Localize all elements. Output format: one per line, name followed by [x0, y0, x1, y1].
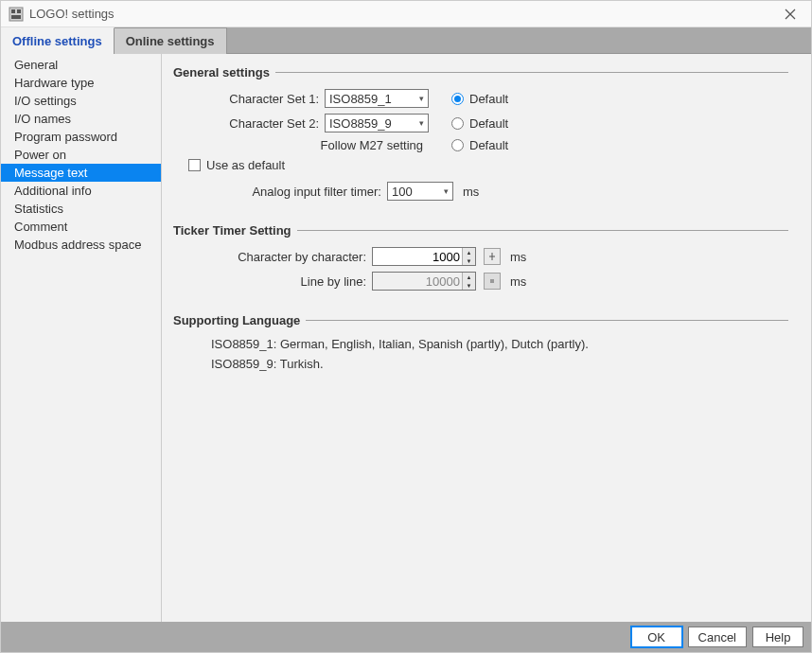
- charset1-label: Character Set 1:: [173, 92, 325, 106]
- spin-up-icon: ▲: [462, 273, 475, 281]
- radio-label: Default: [469, 116, 508, 131]
- titlebar: LOGO! settings: [1, 1, 811, 27]
- svg-rect-8: [490, 279, 494, 283]
- group-line: [297, 230, 788, 231]
- footer-bar: OK Cancel Help: [1, 622, 811, 652]
- tab-online-settings[interactable]: Online settings: [115, 27, 227, 54]
- spinner-buttons[interactable]: ▲▼: [462, 248, 475, 265]
- line-by-line-input: [372, 272, 476, 291]
- sidebar-item-power-on[interactable]: Power on: [1, 146, 161, 164]
- group-general-settings: General settings Character Set 1: ISO885…: [173, 65, 788, 201]
- charset1-default-radio[interactable]: Default: [451, 92, 508, 106]
- line-by-line-spinner: ▲▼: [372, 272, 476, 291]
- tab-strip-fill: [227, 27, 811, 54]
- group-supporting-language: Supporting Language ISO8859_1: German, E…: [173, 313, 788, 371]
- group-title-ticker: Ticker Timer Setting: [173, 223, 297, 238]
- charset1-value: ISO8859_1: [329, 92, 392, 106]
- radio-label: Default: [469, 92, 508, 106]
- char-by-char-label: Character by character:: [173, 250, 372, 264]
- analog-filter-value: 100: [392, 185, 413, 199]
- spinner-buttons: ▲▼: [462, 273, 475, 290]
- close-button[interactable]: [777, 1, 803, 27]
- line-unit: ms: [510, 274, 526, 289]
- help-button[interactable]: Help: [752, 627, 803, 647]
- tab-offline-settings[interactable]: Offline settings: [1, 27, 115, 54]
- tab-strip: Offline settings Online settings: [1, 27, 811, 54]
- sidebar-item-io-settings[interactable]: I/O settings: [1, 92, 161, 110]
- charset2-label: Character Set 2:: [173, 116, 325, 131]
- charset2-value: ISO8859_9: [329, 116, 392, 131]
- chevron-down-icon: ▾: [419, 118, 424, 128]
- content-panel: General settings Character Set 1: ISO885…: [162, 54, 811, 622]
- charset2-select[interactable]: ISO8859_9 ▾: [325, 114, 429, 132]
- radio-label: Default: [469, 138, 508, 152]
- sidebar-item-hardware-type[interactable]: Hardware type: [1, 74, 161, 92]
- use-as-default-row[interactable]: Use as default: [188, 158, 788, 172]
- charset1-select[interactable]: ISO8859_1 ▾: [325, 89, 429, 108]
- sidebar-item-additional-info[interactable]: Additional info: [1, 182, 161, 200]
- svg-rect-2: [17, 9, 21, 13]
- group-line: [275, 72, 788, 73]
- sidebar-item-statistics[interactable]: Statistics: [1, 200, 161, 218]
- group-ticker-timer: Ticker Timer Setting Character by charac…: [173, 223, 788, 291]
- group-line: [306, 320, 788, 321]
- radio-icon: [451, 139, 464, 151]
- group-title-general: General settings: [173, 65, 275, 79]
- cancel-button[interactable]: Cancel: [688, 627, 747, 647]
- sidebar: General Hardware type I/O settings I/O n…: [1, 54, 162, 622]
- radio-icon: [451, 117, 464, 130]
- group-title-lang: Supporting Language: [173, 313, 306, 327]
- use-as-default-label: Use as default: [206, 158, 285, 172]
- app-icon: [9, 7, 24, 22]
- lang-line-2: ISO8859_9: Turkish.: [211, 357, 788, 371]
- follow-m27-label: Follow M27 setting: [173, 138, 429, 152]
- char-reset-button[interactable]: [484, 248, 501, 265]
- line-by-line-label: Line by line:: [173, 274, 372, 289]
- svg-rect-3: [11, 15, 21, 19]
- ok-button[interactable]: OK: [631, 627, 682, 647]
- char-by-char-spinner[interactable]: ▲▼: [372, 247, 476, 266]
- sidebar-item-message-text[interactable]: Message text: [1, 164, 161, 182]
- sidebar-item-modbus-address-space[interactable]: Modbus address space: [1, 236, 161, 254]
- chevron-down-icon: ▾: [444, 186, 449, 196]
- sidebar-item-io-names[interactable]: I/O names: [1, 110, 161, 128]
- spin-down-icon: ▼: [462, 281, 475, 290]
- spin-down-icon[interactable]: ▼: [462, 256, 475, 265]
- analog-filter-select[interactable]: 100 ▾: [387, 182, 453, 201]
- use-as-default-checkbox[interactable]: [188, 159, 201, 171]
- sidebar-item-program-password[interactable]: Program password: [1, 128, 161, 146]
- main-area: General Hardware type I/O settings I/O n…: [1, 54, 811, 622]
- analog-filter-unit: ms: [463, 185, 479, 199]
- window-title: LOGO! settings: [29, 7, 777, 21]
- sidebar-item-comment[interactable]: Comment: [1, 218, 161, 236]
- line-reset-button: [484, 273, 501, 290]
- svg-rect-1: [11, 9, 15, 13]
- chevron-down-icon: ▾: [419, 94, 424, 103]
- radio-icon: [451, 93, 464, 105]
- charset2-default-radio[interactable]: Default: [451, 116, 508, 131]
- lang-line-1: ISO8859_1: German, English, Italian, Spa…: [211, 337, 788, 351]
- follow-m27-default-radio[interactable]: Default: [451, 138, 508, 152]
- char-by-char-input[interactable]: [372, 247, 476, 266]
- analog-filter-label: Analog input filter timer:: [173, 185, 387, 199]
- char-unit: ms: [510, 250, 526, 264]
- spin-up-icon[interactable]: ▲: [462, 248, 475, 256]
- sidebar-item-general[interactable]: General: [1, 56, 161, 74]
